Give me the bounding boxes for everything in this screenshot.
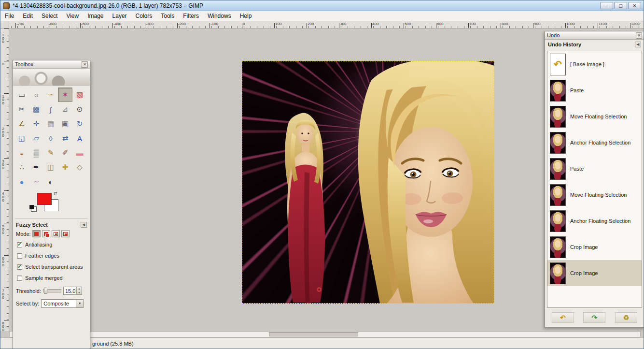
- panel-menu-button[interactable]: ◀: [635, 42, 641, 47]
- threshold-value[interactable]: 15.0: [64, 287, 76, 294]
- tool-align[interactable]: ▦: [43, 116, 58, 131]
- mode-add-button[interactable]: [42, 230, 50, 237]
- menu-layer[interactable]: Layer: [108, 11, 131, 21]
- undo-thumbnail: [550, 132, 566, 154]
- intersect-mode-icon: [63, 232, 68, 236]
- select-by-dropdown[interactable]: Composite ▼: [41, 299, 84, 308]
- tool-airbrush[interactable]: ∴: [14, 160, 29, 174]
- checkbox[interactable]: ✓: [17, 264, 22, 270]
- slider-handle[interactable]: [44, 288, 47, 294]
- checkbox[interactable]: [17, 253, 22, 259]
- menu-filters[interactable]: Filters: [179, 11, 203, 21]
- tool-eraser[interactable]: ▬: [72, 145, 87, 160]
- minimize-button[interactable]: –: [600, 2, 613, 9]
- tool-heal[interactable]: ✚: [58, 160, 72, 174]
- undo-button[interactable]: ↶: [552, 312, 574, 323]
- tool-fuzzy-select[interactable]: ✶: [58, 87, 72, 102]
- canvas-image[interactable]: [242, 61, 494, 304]
- tool-shear[interactable]: ▱: [29, 131, 43, 145]
- undo-history-item[interactable]: Anchor Floating Selection: [547, 130, 642, 156]
- tool-flip[interactable]: ⇄: [58, 131, 72, 145]
- title-bar[interactable]: *4-1304628835-cool-background.jpg-26.0 (…: [0, 0, 644, 11]
- close-button[interactable]: ✕: [628, 2, 641, 9]
- default-colors-icon[interactable]: [29, 205, 34, 209]
- tool-bucket-fill[interactable]: ◒: [14, 145, 29, 160]
- tool-paths[interactable]: ʃ: [43, 102, 58, 116]
- menu-windows[interactable]: Windows: [203, 11, 236, 21]
- toolbox-title-bar[interactable]: Toolbox ✕: [13, 60, 90, 69]
- menu-colors[interactable]: Colors: [131, 11, 157, 21]
- tool-text[interactable]: A: [72, 131, 87, 145]
- undo-thumbnail: [550, 158, 566, 180]
- tool-perspective-clone[interactable]: ◇: [72, 160, 87, 174]
- mode-intersect-button[interactable]: [61, 230, 70, 237]
- undo-history-item[interactable]: Paste: [547, 156, 642, 182]
- undo-history-item[interactable]: ↶[ Base Image ]: [547, 51, 642, 77]
- tool-measure[interactable]: ∠: [14, 116, 29, 131]
- undo-history-item[interactable]: Move Floating Selection: [547, 182, 642, 208]
- tool-ink[interactable]: ✒: [29, 160, 43, 174]
- tool-blur-sharpen[interactable]: ●: [14, 174, 29, 189]
- redo-button[interactable]: ↷: [583, 312, 605, 323]
- mode-subtract-button[interactable]: [52, 230, 60, 237]
- scrollbar-thumb[interactable]: [269, 332, 358, 336]
- undo-history-item[interactable]: Move Floating Selection: [547, 103, 642, 130]
- tool-foreground-select[interactable]: ▩: [29, 102, 43, 116]
- undo-history-item[interactable]: Paste: [547, 77, 642, 103]
- menu-view[interactable]: View: [62, 11, 83, 21]
- menu-help[interactable]: Help: [236, 11, 256, 21]
- tool-pencil[interactable]: ✎: [43, 145, 58, 160]
- menu-edit[interactable]: Edit: [18, 11, 37, 21]
- tool-free-select[interactable]: ∽: [43, 87, 58, 102]
- tool-rotate[interactable]: ↻: [72, 116, 87, 131]
- menu-image[interactable]: Image: [83, 11, 108, 21]
- ruler-origin-button[interactable]: [0, 21, 9, 29]
- tool-color-picker[interactable]: ⊿: [58, 102, 72, 116]
- tool-scissors-select[interactable]: ✂: [14, 102, 29, 116]
- canvas-artwork: [242, 61, 494, 304]
- menu-file[interactable]: File: [0, 11, 18, 21]
- menu-tools[interactable]: Tools: [156, 11, 179, 21]
- tool-scale[interactable]: ◱: [14, 131, 29, 145]
- menu-select[interactable]: Select: [37, 11, 62, 21]
- select-by-label: Select by:: [16, 301, 39, 306]
- swap-colors-icon[interactable]: ⇄: [54, 191, 57, 196]
- clear-undo-history-button[interactable]: ♻: [615, 312, 637, 323]
- threshold-slider[interactable]: [43, 289, 61, 292]
- tool-smudge[interactable]: ∼: [29, 174, 43, 189]
- close-icon[interactable]: ✕: [82, 61, 88, 68]
- tool-perspective[interactable]: ◊: [43, 131, 58, 145]
- undo-thumbnail: [550, 262, 566, 284]
- undo-history-item[interactable]: Anchor Floating Selection: [547, 208, 642, 234]
- tool-rectangle-select[interactable]: ▭: [14, 87, 29, 102]
- tool-clone[interactable]: ◫: [43, 160, 58, 174]
- undo-history-item[interactable]: Crop Image: [547, 260, 642, 286]
- crop-icon: ▣: [62, 119, 69, 128]
- mode-replace-button[interactable]: [32, 230, 41, 237]
- close-icon[interactable]: ✕: [636, 32, 642, 39]
- tool-dodge-burn[interactable]: ◐: [43, 174, 58, 189]
- tool-zoom[interactable]: ⊙: [72, 102, 87, 116]
- threshold-spinbox[interactable]: 15.0 ▲ ▼: [63, 287, 82, 295]
- horizontal-scrollbar[interactable]: [9, 331, 641, 337]
- chevron-down-icon[interactable]: ▼: [76, 300, 83, 307]
- spin-down-icon[interactable]: ▼: [77, 291, 82, 295]
- tool-select-by-color[interactable]: ▧: [72, 87, 87, 102]
- free-select-icon: ∽: [48, 90, 54, 99]
- tool-paintbrush[interactable]: ✐: [58, 145, 72, 160]
- maximize-button[interactable]: ▢: [614, 2, 627, 9]
- checkbox[interactable]: ✓: [17, 242, 22, 247]
- option-antialiasing: ✓Antialiasing: [13, 239, 90, 250]
- vertical-ruler[interactable]: -1000100200300400500600700800: [0, 29, 9, 331]
- undo-history-item[interactable]: Crop Image: [547, 234, 642, 260]
- checkbox[interactable]: [17, 276, 22, 281]
- tool-crop[interactable]: ▣: [58, 116, 72, 131]
- spin-up-icon[interactable]: ▲: [77, 287, 82, 291]
- horizontal-ruler[interactable]: -700-600-500-400-300-200-100010020030040…: [9, 21, 644, 29]
- tool-move[interactable]: ✛: [29, 116, 43, 131]
- undo-title-bar[interactable]: Undo ✕: [545, 31, 644, 40]
- tool-blend[interactable]: ▒: [29, 145, 43, 160]
- foreground-color-swatch[interactable]: [37, 193, 52, 205]
- tool-ellipse-select[interactable]: ○: [29, 87, 43, 102]
- panel-menu-button[interactable]: ◀: [81, 222, 87, 228]
